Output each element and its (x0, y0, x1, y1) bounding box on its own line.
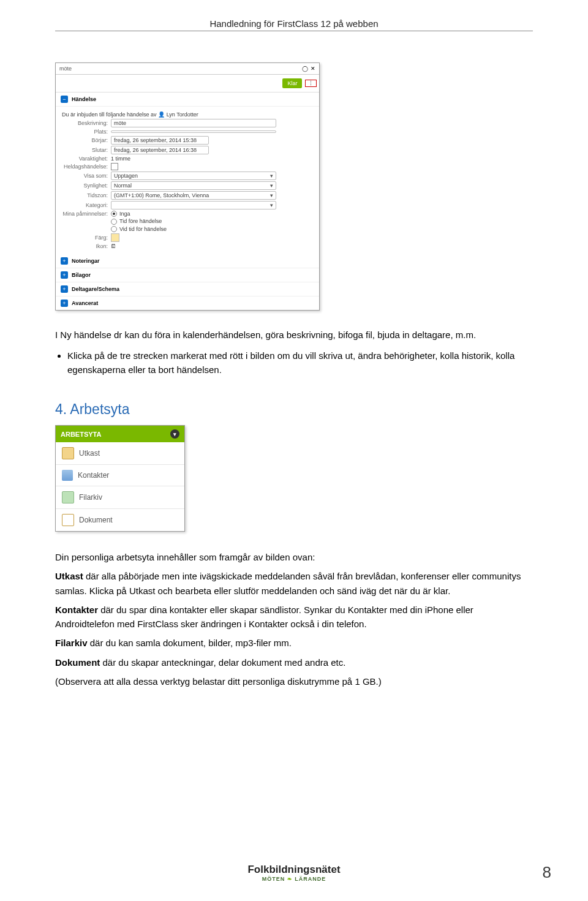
dialog-close-icons: ◯ ✕ (302, 66, 315, 72)
item-label: Utkast (79, 449, 100, 458)
panel-handelse[interactable]: − Händelse (56, 92, 319, 107)
item-label: Filarkiv (79, 493, 102, 502)
dialog-title: möte (59, 66, 72, 72)
page-number: 8 (543, 863, 551, 882)
expand-icon: + (61, 285, 68, 293)
section-heading-arbetsyta: 4. Arbetsyta (55, 401, 533, 418)
label-varaktighet: Varaktighet: (62, 156, 111, 162)
select-synlighet[interactable]: Normal ▾ (111, 181, 276, 190)
label-plats: Plats: (62, 129, 111, 135)
invite-text: Du är inbjuden till följande händelse av (62, 111, 157, 118)
label-tidszon: Tidszon: (62, 192, 111, 198)
label-paminnelser: Mina påminnelser: (62, 211, 111, 217)
label-kategori: Kategori: (62, 202, 111, 208)
list-item-filarkiv[interactable]: Filarkiv (56, 486, 184, 509)
label-ikon: Ikon: (62, 243, 111, 249)
contact-icon (62, 470, 73, 481)
icon-picker[interactable]: 🗓 (111, 243, 116, 249)
input-slutar[interactable]: fredag, 26 september, 2014 16:38 (111, 146, 209, 154)
label-heldag: Heldagshändelse: (62, 164, 111, 170)
para-kontakter: Kontakter där du spar dina kontakter ell… (55, 603, 533, 631)
bold-dokument: Dokument (55, 657, 100, 668)
toolbar-row: Klar ⋮ (56, 75, 319, 92)
radio-vid-tid[interactable] (111, 226, 117, 232)
menu-dots-highlighted[interactable]: ⋮ (305, 80, 317, 87)
chevron-down-icon: ▾ (270, 192, 273, 198)
document-icon (62, 514, 74, 526)
expand-icon: + (61, 300, 68, 307)
radio-label-inga: Inga (119, 211, 130, 217)
text-kontakter: där du spar dina kontakter eller skapar … (55, 605, 473, 629)
expand-icon: + (61, 271, 68, 279)
footer-tag-1: MÖTEN (262, 876, 285, 882)
label-farg: Färg: (62, 235, 111, 241)
item-label: Kontakter (78, 471, 109, 480)
checkbox-heldag[interactable] (111, 163, 118, 170)
label-beskrivning: Beskrivning: (62, 120, 111, 126)
select-kategori[interactable]: ▾ (111, 201, 276, 209)
label-borjar: Börjar: (62, 137, 111, 143)
dropdown-circle-icon[interactable]: ▾ (170, 429, 179, 439)
para-observera: (Observera att alla dessa verktyg belast… (55, 674, 533, 688)
avatar-icon: 👤 (158, 111, 165, 118)
select-synlighet-value: Normal (114, 183, 132, 189)
chevron-down-icon: ▾ (270, 202, 273, 208)
expand-icon: − (61, 96, 68, 103)
bold-filarkiv: Filarkiv (55, 638, 88, 648)
footer-brand: Folkbildningsnätet (0, 864, 588, 876)
expand-icon: + (61, 257, 68, 265)
panel-label: Avancerat (72, 300, 98, 306)
select-tidszon[interactable]: (GMT+1:00) Rome, Stockholm, Vienna ▾ (111, 191, 276, 200)
panel-deltagare[interactable]: + Deltagare/Schema (56, 282, 319, 296)
list-item-utkast[interactable]: Utkast (56, 442, 184, 465)
panel-noteringar[interactable]: + Noteringar (56, 254, 319, 268)
panel-label: Händelse (72, 96, 96, 102)
para-dokument: Dokument där du skapar anteckningar, del… (55, 655, 533, 669)
klar-button[interactable]: Klar (282, 78, 302, 88)
select-visa-value: Upptagen (114, 173, 138, 179)
header-text: Handledning för FirstClass 12 på webben (209, 18, 378, 29)
panel-avancerat[interactable]: + Avancerat (56, 296, 319, 310)
event-form: Du är inbjuden till följande händelse av… (56, 107, 319, 255)
radio-tid-fore[interactable] (111, 219, 117, 225)
bullet-item: Klicka på de tre strecken markerat med r… (67, 349, 533, 377)
panel-bilagor[interactable]: + Bilagor (56, 268, 319, 282)
label-visa: Visa som: (62, 173, 111, 179)
circle-icon: ◯ (302, 66, 308, 72)
radio-label-vid-tid: Vid tid för händelse (119, 226, 167, 232)
page-header: Handledning för FirstClass 12 på webben (55, 18, 533, 38)
radio-label-tid-fore: Tid före händelse (119, 218, 162, 224)
arbetsyta-header: ARBETSYTA ▾ (56, 426, 184, 442)
bold-kontakter: Kontakter (55, 605, 98, 615)
input-plats[interactable] (111, 130, 276, 133)
text-dokument: där du skapar anteckningar, delar dokume… (100, 657, 345, 668)
list-item-kontakter[interactable]: Kontakter (56, 465, 184, 486)
bullet-list: Klicka på de tre strecken markerat med r… (67, 349, 533, 377)
close-icon: ✕ (311, 66, 315, 72)
input-beskrivning[interactable]: möte (111, 119, 276, 127)
radio-inga[interactable] (111, 211, 117, 217)
para-utkast: Utkast där alla påbörjade men inte ivägs… (55, 569, 533, 598)
invite-name: Lyn Tordotter (167, 111, 198, 118)
arbetsyta-header-label: ARBETSYTA (61, 431, 101, 438)
para-ny-handelse: I Ny händelse dr kan du föra in kalender… (55, 328, 533, 342)
folder-icon (62, 447, 74, 459)
label-slutar: Slutar: (62, 147, 111, 153)
item-label: Dokument (79, 516, 113, 524)
value-varaktighet: 1 timme (111, 156, 130, 162)
color-swatch[interactable] (111, 233, 119, 242)
chevron-down-icon: ▾ (270, 183, 273, 189)
chevron-down-icon: ▾ (270, 173, 273, 179)
page-footer: Folkbildningsnätet MÖTEN ❧ LÄRANDE (0, 864, 588, 882)
panel-label: Bilagor (72, 272, 91, 278)
file-archive-icon (62, 491, 74, 503)
list-item-dokument[interactable]: Dokument (56, 509, 184, 531)
footer-tagline: MÖTEN ❧ LÄRANDE (0, 876, 588, 882)
text-utkast: där alla påbörjade men inte ivägskickade… (55, 571, 521, 595)
label-synlighet: Synlighet: (62, 183, 111, 189)
panel-label: Deltagare/Schema (72, 286, 119, 292)
para-filarkiv: Filarkiv där du kan samla dokument, bild… (55, 636, 533, 650)
select-visa[interactable]: Upptagen ▾ (111, 172, 276, 180)
input-borjar[interactable]: fredag, 26 september, 2014 15:38 (111, 136, 209, 145)
leaf-icon: ❧ (287, 876, 295, 882)
